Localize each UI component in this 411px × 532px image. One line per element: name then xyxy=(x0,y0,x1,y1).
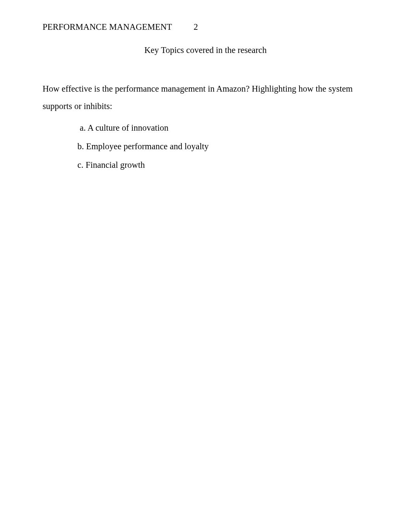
list-item-c: c. Financial growth xyxy=(43,160,368,171)
document-page: PERFORMANCE MANAGEMENT 2 Key Topics cove… xyxy=(0,0,411,532)
running-head: PERFORMANCE MANAGEMENT xyxy=(43,22,172,32)
list-item-a: a. A culture of innovation xyxy=(43,123,368,133)
section-title: Key Topics covered in the research xyxy=(43,45,368,55)
page-header: PERFORMANCE MANAGEMENT 2 xyxy=(43,22,368,32)
page-number: 2 xyxy=(194,22,198,32)
topic-list: a. A culture of innovation b. Employee p… xyxy=(43,123,368,171)
body-line-1: How effective is the performance managem… xyxy=(43,80,368,97)
body-line-2: supports or inhibits: xyxy=(43,97,368,115)
list-item-b: b. Employee performance and loyalty xyxy=(43,141,368,152)
body-paragraph: How effective is the performance managem… xyxy=(43,80,368,171)
